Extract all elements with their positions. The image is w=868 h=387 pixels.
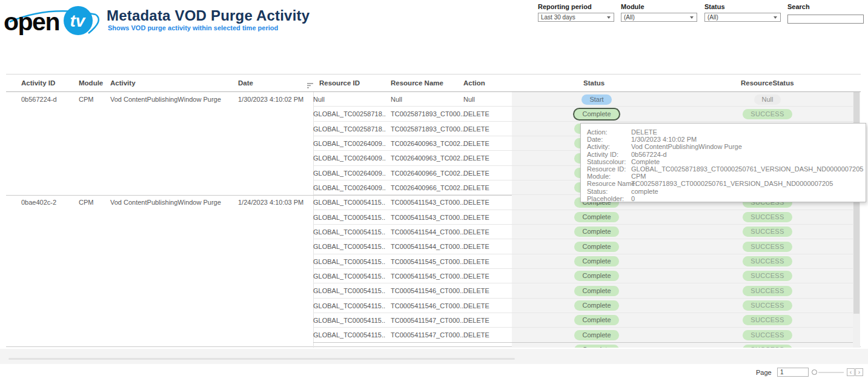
col-header-activity[interactable]: Activity bbox=[110, 79, 136, 87]
page-number-input[interactable] bbox=[777, 368, 809, 377]
tooltip-label: Action: bbox=[587, 128, 631, 136]
resource-status-pill[interactable]: SUCCESS bbox=[743, 286, 792, 296]
search-input[interactable] bbox=[787, 15, 864, 24]
resource-status-pill-wrap: SUCCESS bbox=[734, 315, 801, 325]
activity-cell: Vod ContentPublishingWindow Purge bbox=[110, 199, 221, 206]
action-cell: DELETE bbox=[463, 199, 489, 206]
horizontal-scrollbar-thumb[interactable] bbox=[8, 358, 515, 360]
table-row[interactable]: 0b567224-dCPMVod ContentPublishingWindow… bbox=[6, 92, 861, 107]
page-slider-handle[interactable] bbox=[812, 369, 817, 375]
tooltip-row: Action:DELETE bbox=[587, 128, 866, 136]
tooltip-value: Complete bbox=[631, 158, 660, 165]
module-dropdown[interactable]: (All) bbox=[621, 13, 697, 22]
date-cell: 1/30/2023 4:10:02 PM bbox=[238, 96, 303, 103]
status-pill-wrap: Complete bbox=[563, 345, 630, 348]
tooltip-label: Resource ID: bbox=[587, 165, 631, 173]
previous-page-button[interactable]: ‹ bbox=[847, 368, 855, 376]
next-page-button[interactable]: › bbox=[855, 368, 863, 376]
tooltip-row: Resource Name:TC0025871893_CT0000250761_… bbox=[587, 180, 866, 187]
dropdown-value: (All) bbox=[707, 14, 718, 21]
resource-id-cell: GLOBAL_TC00054115.. bbox=[313, 228, 385, 236]
resource-id-cell: GLOBAL_TC00054115.. bbox=[313, 273, 385, 280]
col-header-resource-id[interactable]: Resource ID bbox=[319, 79, 360, 87]
status-pill-wrap: Complete bbox=[563, 212, 630, 222]
resource-name-cell: TC0026400963_TC002.. bbox=[391, 154, 464, 162]
status-pill[interactable]: Complete bbox=[574, 330, 618, 340]
status-pill[interactable]: Complete bbox=[574, 242, 618, 252]
activity-id-cell: 0bae402c-2 bbox=[21, 199, 56, 206]
resource-name-cell: TC0026400966_TC002.. bbox=[391, 170, 464, 177]
sort-descending-icon[interactable] bbox=[307, 81, 314, 91]
action-cell: DELETE bbox=[463, 170, 489, 177]
status-pill-wrap: Complete bbox=[563, 109, 630, 119]
resource-status-pill[interactable]: SUCCESS bbox=[743, 300, 792, 311]
resource-status-pill[interactable]: SUCCESS bbox=[743, 330, 792, 340]
col-header-date[interactable]: Date bbox=[238, 79, 253, 87]
resource-status-pill[interactable]: SUCCESS bbox=[743, 212, 792, 222]
col-header-activity-id[interactable]: Activity ID bbox=[21, 79, 55, 87]
col-header-status[interactable]: Status bbox=[583, 79, 605, 87]
tooltip-label: Placeholder: bbox=[587, 195, 631, 202]
resource-status-pill[interactable]: SUCCESS bbox=[743, 345, 792, 348]
status-pill[interactable]: Start bbox=[581, 94, 611, 105]
resource-status-pill[interactable]: SUCCESS bbox=[743, 242, 792, 252]
table-row[interactable]: GLOBAL_TC00258718..TC0025871893_CT000..D… bbox=[6, 107, 861, 121]
status-dropdown[interactable]: (All) bbox=[704, 13, 781, 22]
table-row[interactable]: GLOBAL_TC00054115..TC0005411547_CT000..D… bbox=[6, 313, 861, 328]
action-cell: DELETE bbox=[463, 243, 489, 250]
status-pill[interactable]: Complete bbox=[574, 286, 618, 296]
tooltip-label: Module: bbox=[587, 173, 631, 180]
resource-status-pill[interactable]: Null bbox=[754, 94, 781, 105]
tooltip-label: Activity: bbox=[587, 143, 631, 150]
logo-tv-text: tv bbox=[70, 12, 86, 30]
opentv-logo: open tv bbox=[4, 4, 102, 36]
status-pill[interactable]: Complete bbox=[574, 315, 618, 325]
resource-id-cell: GLOBAL_TC00054115.. bbox=[313, 214, 385, 221]
action-cell: DELETE bbox=[463, 302, 489, 309]
resource-name-cell: TC0005411544_CT000.. bbox=[391, 243, 463, 250]
filter-status: Status (All) bbox=[704, 3, 782, 22]
table-row[interactable]: CompleteSUCCESS bbox=[6, 343, 861, 348]
status-pill[interactable]: Complete bbox=[574, 256, 618, 266]
filter-module: Module (All) bbox=[621, 3, 698, 22]
status-pill[interactable]: Complete bbox=[574, 345, 618, 348]
resource-id-cell: GLOBAL_TC00264009.. bbox=[313, 170, 386, 177]
col-header-module[interactable]: Module bbox=[79, 79, 103, 87]
status-pill-wrap: Complete bbox=[563, 227, 630, 237]
table-row[interactable]: GLOBAL_TC00054115..TC0005411546_CT000..D… bbox=[6, 283, 861, 298]
filter-label: Status bbox=[704, 3, 782, 10]
table-row[interactable]: GLOBAL_TC00054115..TC0005411544_CT000..D… bbox=[6, 239, 861, 254]
table-row[interactable]: GLOBAL_TC00054115..TC0005411545_CT000..D… bbox=[6, 254, 861, 269]
tooltip-label: Activity ID: bbox=[587, 151, 631, 158]
table-row[interactable]: GLOBAL_TC00054115..TC0005411543_CT000..D… bbox=[6, 210, 861, 225]
resource-status-pill[interactable]: SUCCESS bbox=[743, 315, 792, 325]
resource-status-pill[interactable]: SUCCESS bbox=[743, 109, 792, 119]
tooltip-row: Resource ID:GLOBAL_TC0025871893_CT000025… bbox=[587, 165, 866, 173]
table-row[interactable]: GLOBAL_TC00054115..TC0005411547_CT000..D… bbox=[6, 328, 861, 342]
status-pill[interactable]: Complete bbox=[574, 271, 618, 281]
resource-status-pill[interactable]: SUCCESS bbox=[743, 227, 792, 237]
table-row[interactable]: GLOBAL_TC00054115..TC0005411545_CT000..D… bbox=[6, 269, 861, 283]
page-slider-track[interactable] bbox=[818, 372, 844, 373]
status-pill[interactable]: Complete bbox=[574, 300, 618, 311]
dropdown-value: Last 30 days bbox=[541, 14, 575, 21]
tooltip-label: Resource Name: bbox=[587, 180, 631, 187]
col-header-action[interactable]: Action bbox=[463, 79, 485, 87]
resource-id-cell: GLOBAL_TC00054115.. bbox=[313, 199, 385, 206]
action-cell: DELETE bbox=[463, 273, 489, 280]
status-pill-wrap: Complete bbox=[563, 271, 630, 281]
col-header-resource-status[interactable]: ResourceStatus bbox=[741, 79, 794, 87]
table-row[interactable]: GLOBAL_TC00054115..TC0005411544_CT000..D… bbox=[6, 225, 861, 239]
table-row[interactable]: GLOBAL_TC00054115..TC0005411546_CT000..D… bbox=[6, 299, 861, 313]
page-subtitle: Shows VOD purge activity within selected… bbox=[108, 24, 278, 31]
status-pill-wrap: Complete bbox=[563, 242, 630, 252]
logo-open-text: open bbox=[4, 8, 59, 36]
resource-status-pill[interactable]: SUCCESS bbox=[743, 271, 792, 281]
filter-label: Module bbox=[621, 3, 698, 10]
reporting-period-dropdown[interactable]: Last 30 days bbox=[538, 13, 614, 22]
col-header-resource-name[interactable]: Resource Name bbox=[391, 79, 443, 87]
status-pill[interactable]: Complete bbox=[574, 227, 618, 237]
status-pill[interactable]: Complete bbox=[574, 212, 618, 222]
resource-status-pill[interactable]: SUCCESS bbox=[743, 256, 792, 266]
status-pill[interactable]: Complete bbox=[574, 109, 618, 119]
